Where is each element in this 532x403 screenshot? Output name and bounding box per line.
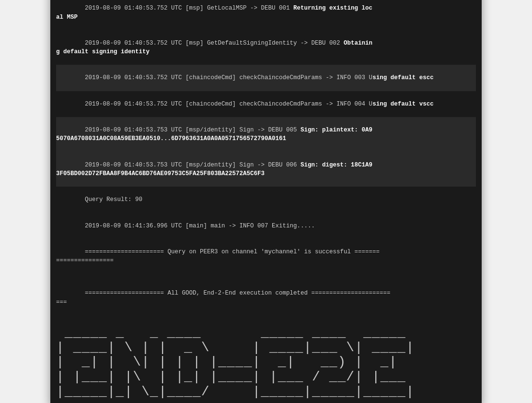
- log-text-4: 2019-08-09 01:40:53.752 UTC [chaincodeCm…: [85, 101, 372, 107]
- log-bold-4: sing default vscc: [372, 101, 434, 107]
- log-line-5: 2019-08-09 01:40:53.753 UTC [msp/identit…: [56, 117, 476, 152]
- log-text-7: Query Result: 90: [85, 196, 142, 203]
- log-text-2: 2019-08-09 01:40:53.752 UTC [msp] GetDef…: [85, 40, 344, 47]
- log-line-7: Query Result: 90: [56, 187, 476, 213]
- log-bold-3: sing default escc: [372, 74, 434, 81]
- log-line-8: 2019-08-09 01:41:36.996 UTC [main] main …: [56, 213, 476, 238]
- log-text-6: 2019-08-09 01:40:53.753 UTC [msp/identit…: [85, 162, 301, 168]
- log-line-11: ====================== All GOOD, End-2-E…: [56, 280, 476, 315]
- log-text-8: 2019-08-09 01:41:36.996 UTC [main] main …: [85, 223, 315, 229]
- terminal-body: 2019-08-09 01:40:53.752 UTC [msp] GetLoc…: [50, 0, 482, 403]
- page-wrapper: wxt@ubuntu: ~/go/src/github.com/hyperled…: [50, 0, 482, 403]
- log-line-9: ====================== Query on PEER3 on…: [56, 239, 476, 274]
- log-text-3: 2019-08-09 01:40:53.752 UTC [chaincodeCm…: [85, 74, 372, 81]
- log-text-1: 2019-08-09 01:40:53.752 UTC [msp] GetLoc…: [85, 5, 293, 12]
- log-line-6: 2019-08-09 01:40:53.753 UTC [msp/identit…: [56, 152, 476, 187]
- log-line-1: 2019-08-09 01:40:53.752 UTC [msp] GetLoc…: [56, 0, 476, 30]
- log-line-3: 2019-08-09 01:40:53.752 UTC [chaincodeCm…: [56, 65, 476, 91]
- log-separator-1: ====================== Query on PEER3 on…: [56, 249, 380, 264]
- empty-line-2: [56, 315, 476, 322]
- ascii-pre: _____ _ _ ____ _____ ____ _____ | ____| …: [56, 326, 476, 400]
- empty-line-1: [56, 273, 476, 280]
- ascii-art-display: _____ _ _ ____ _____ ____ _____ | ____| …: [56, 326, 476, 400]
- log-line-4: 2019-08-09 01:40:53.752 UTC [chaincodeCm…: [56, 91, 476, 117]
- ascii-art-section: _____ _ _ ____ _____ ____ _____ | ____| …: [56, 326, 476, 400]
- log-separator-2: ====================== All GOOD, End-2-E…: [56, 290, 391, 305]
- terminal-window: wxt@ubuntu: ~/go/src/github.com/hyperled…: [50, 0, 482, 403]
- log-line-2: 2019-08-09 01:40:53.752 UTC [msp] GetDef…: [56, 30, 476, 65]
- log-text-5: 2019-08-09 01:40:53.753 UTC [msp/identit…: [85, 127, 301, 133]
